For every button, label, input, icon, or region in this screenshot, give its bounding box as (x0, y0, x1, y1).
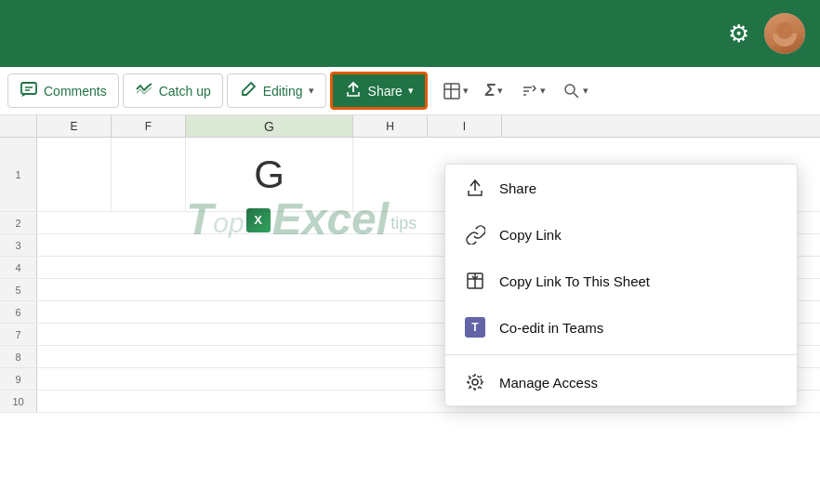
toolbar-icon-group: ▾ Σ ▾ ▾ ▾ (435, 77, 596, 104)
teams-icon: T (464, 317, 486, 338)
dropdown-copy-link-label: Copy Link (499, 227, 562, 243)
logo-tips: tips (390, 214, 417, 233)
manage-access-icon (464, 372, 486, 392)
row-num-9: 9 (0, 368, 37, 390)
search-chevron-icon: ▾ (583, 85, 589, 97)
dropdown-item-manage-access[interactable]: Manage Access (445, 359, 797, 405)
row-num-1: 1 (0, 138, 37, 211)
col-header-e: E (37, 115, 112, 137)
share-label: Share (368, 84, 403, 99)
editing-icon (239, 80, 258, 101)
comments-icon (20, 80, 38, 101)
dropdown-teams-label: Co-edit in Teams (499, 320, 603, 336)
svg-point-9 (472, 379, 478, 385)
avatar[interactable] (764, 13, 805, 54)
row-num-6: 6 (0, 301, 37, 323)
editing-button[interactable]: Editing ▾ (227, 73, 326, 108)
share-button[interactable]: Share ▾ (330, 72, 428, 110)
row-num-5: 5 (0, 279, 37, 300)
search-icon-button[interactable]: ▾ (555, 78, 596, 104)
dropdown-item-copy-link[interactable]: Copy Link (445, 211, 797, 258)
dropdown-item-teams[interactable]: T Co-edit in Teams (445, 304, 797, 351)
table-icon-button[interactable]: ▾ (435, 78, 476, 104)
sum-icon-button[interactable]: Σ ▾ (478, 77, 510, 104)
sort-icon-button[interactable]: ▾ (512, 78, 553, 104)
row-num-10: 10 (0, 391, 37, 412)
svg-point-10 (469, 376, 482, 389)
sheet-area: E F G H I 1 G T op X Excel tips (0, 115, 820, 504)
dropdown-item-copy-link-sheet[interactable]: Copy Link To This Sheet (445, 258, 797, 304)
share-chevron-icon: ▾ (408, 85, 414, 97)
row-num-8: 8 (0, 346, 37, 367)
dropdown-share-label: Share (499, 180, 536, 196)
dropdown-copy-link-sheet-label: Copy Link To This Sheet (499, 273, 650, 289)
svg-rect-1 (444, 84, 459, 99)
svg-line-5 (574, 93, 578, 98)
svg-point-4 (565, 85, 575, 94)
catchup-label: Catch up (159, 84, 211, 99)
row-num-2: 2 (0, 212, 37, 233)
logo-area: T op X Excel tips (186, 193, 417, 245)
comments-button[interactable]: Comments (7, 73, 119, 108)
corner-cell (0, 115, 37, 137)
share-dropdown: Share Copy Link Copy Link (444, 164, 798, 406)
cell-f1 (112, 138, 186, 211)
link-sheet-icon (464, 271, 486, 291)
logo-top: T (186, 193, 213, 245)
editing-chevron-icon: ▾ (309, 85, 314, 97)
svg-rect-0 (21, 83, 36, 94)
catchup-button[interactable]: Catch up (123, 73, 223, 108)
link-icon (464, 224, 486, 245)
share-menu-icon (464, 178, 486, 198)
logo-excel: Excel (272, 193, 389, 245)
comments-label: Comments (44, 84, 107, 99)
share-icon (344, 80, 363, 101)
editing-label: Editing (263, 84, 303, 99)
col-header-h: H (353, 115, 428, 137)
catchup-icon (135, 80, 153, 101)
row-num-3: 3 (0, 234, 37, 256)
logo-op: op (213, 207, 244, 239)
dropdown-divider (445, 354, 797, 355)
sort-chevron-icon: ▾ (540, 85, 546, 97)
header-bar: ⚙ (0, 0, 820, 67)
excel-icon: X (246, 208, 271, 232)
gear-icon[interactable]: ⚙ (728, 20, 749, 48)
table-chevron-icon: ▾ (463, 85, 469, 97)
col-header-f: F (112, 115, 186, 137)
col-header-g: G (186, 115, 353, 137)
row-num-7: 7 (0, 324, 37, 345)
row-num-4: 4 (0, 257, 37, 278)
col-header-i: I (428, 115, 502, 137)
sum-chevron-icon: ▾ (497, 85, 503, 97)
dropdown-item-share[interactable]: Share (445, 165, 797, 211)
cell-e1 (37, 138, 112, 211)
col-header-row: E F G H I (0, 115, 820, 138)
dropdown-manage-access-label: Manage Access (499, 375, 598, 391)
toolbar-row: Comments Catch up Editing ▾ Share (0, 67, 820, 115)
